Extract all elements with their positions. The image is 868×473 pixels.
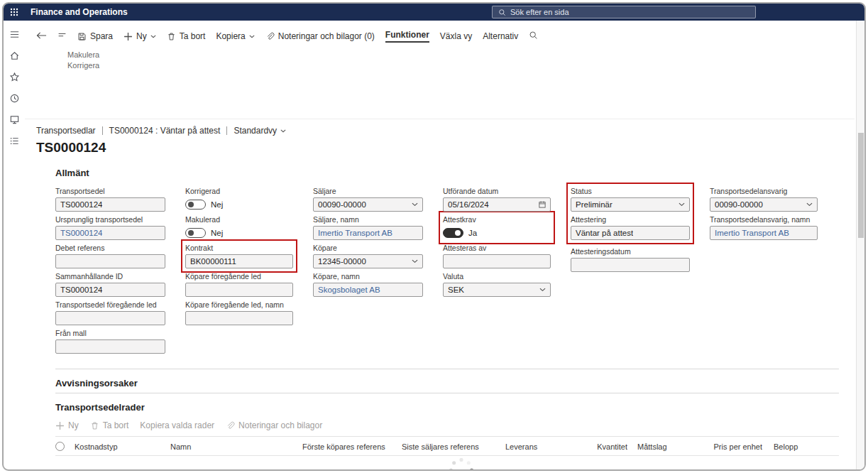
tab-alternativ[interactable]: Alternativ	[483, 31, 518, 41]
chevron-down-icon	[280, 129, 286, 133]
section-transportsedelrader-header[interactable]: Transportsedelrader	[55, 402, 145, 413]
section-divider	[55, 369, 839, 369]
chevron-down-icon	[249, 35, 255, 38]
sidebar-item-modules[interactable]	[8, 134, 21, 148]
column-header-leverans[interactable]: Leverans	[505, 442, 585, 451]
action-pane: Spara Ny Ta bort Kopiera Notering	[36, 29, 856, 43]
search-placeholder: Sök efter en sida	[510, 8, 569, 16]
attestkrav-toggle[interactable]	[443, 228, 463, 238]
field-transportsedel: Transportsedel TS0000124	[55, 187, 165, 212]
makulerad-toggle[interactable]	[185, 228, 206, 238]
kopare-foregaende-led-input[interactable]	[185, 283, 293, 297]
column-header-siste-saljares-referens[interactable]: Siste säljares referens	[402, 442, 505, 451]
app-window: Finance and Operations Sök efter en sida	[2, 2, 866, 471]
column-header-forste-kopares-referens[interactable]: Förste köpares referens	[302, 442, 402, 451]
breadcrumb: Transportsedlar TS0000124 : Väntar på at…	[36, 126, 856, 136]
hamburger-menu-button[interactable]	[8, 28, 21, 41]
korrigerad-toggle[interactable]	[185, 200, 206, 210]
sidebar-item-favorites[interactable]	[8, 70, 21, 84]
utforande-datum-input[interactable]: 05/16/2024	[443, 197, 551, 212]
new-button[interactable]: Ny	[123, 31, 156, 41]
plus-icon	[55, 421, 65, 430]
column-header-kvantitet[interactable]: Kvantitet	[585, 442, 627, 451]
section-allmant: Allmänt Transportsedel TS0000124 Ursprun…	[55, 168, 856, 357]
collapse-action-pane-button[interactable]	[57, 31, 67, 42]
search-icon	[498, 9, 506, 16]
view-selector[interactable]: Standardvy	[234, 126, 286, 136]
status-select[interactable]: Preliminär	[571, 197, 690, 212]
section-avvisningsorsaker: Avvisningsorsaker	[55, 369, 856, 388]
chevron-down-icon	[412, 202, 418, 207]
kontrakt-input[interactable]: BK00000111	[185, 254, 293, 268]
general-column-1: Transportsedel TS0000124 Ursprunglig tra…	[55, 187, 165, 357]
navbar-search-input[interactable]: Sök efter en sida	[492, 6, 756, 18]
transportsedelansvarig-namn-input[interactable]: Imertio Transport AB	[710, 226, 818, 240]
field-makulerad: Makulerad Nej	[185, 215, 293, 240]
fran-mall-input[interactable]	[55, 339, 165, 354]
field-saljare: Säljare 00090-00000	[313, 187, 423, 212]
sammanhallande-id-input[interactable]: TS0000124	[55, 283, 165, 297]
lines-notes-attachments-button[interactable]: Noteringar och bilagor	[226, 420, 322, 430]
debet-referens-input[interactable]	[55, 254, 165, 268]
lines-new-button[interactable]: Ny	[55, 420, 79, 430]
general-column-3: Säljare 00090-00000 Säljare, namn Imerti…	[313, 187, 423, 300]
kopare-foregaende-led-namn-input[interactable]	[185, 311, 293, 325]
trash-icon	[90, 421, 99, 430]
app-launcher-button[interactable]	[10, 8, 18, 16]
section-avvisningsorsaker-header[interactable]: Avvisningsorsaker	[55, 378, 138, 388]
field-sammanhallande-id: Sammanhållande ID TS0000124	[55, 272, 165, 297]
attestering-input[interactable]: Väntar på attest	[571, 226, 690, 240]
save-button[interactable]: Spara	[77, 31, 113, 41]
kopare-select[interactable]: 12345-00000	[313, 254, 423, 268]
hamburger-icon	[9, 29, 20, 40]
sidebar-item-home[interactable]	[8, 49, 21, 62]
column-header-belopp[interactable]: Belopp	[774, 442, 835, 451]
breadcrumb-list-link[interactable]: Transportsedlar	[36, 126, 96, 136]
plus-icon	[123, 32, 133, 41]
column-header-mattslag[interactable]: Måttslag	[637, 442, 693, 451]
menu-item-makulera[interactable]: Makulera	[67, 50, 99, 59]
chevron-down-icon	[412, 259, 418, 263]
delete-button[interactable]: Ta bort	[167, 31, 206, 41]
kopare-namn-input[interactable]: Skogsbolaget AB	[313, 283, 423, 297]
field-korrigerad: Korrigerad Nej	[185, 187, 293, 212]
tab-funktioner[interactable]: Funktioner	[385, 30, 429, 43]
clock-icon	[9, 93, 20, 104]
menu-item-korrigera[interactable]: Korrigera	[67, 61, 99, 70]
general-column-2: Korrigerad Nej Makulerad Nej	[185, 187, 293, 329]
valuta-select[interactable]: SEK	[443, 283, 551, 297]
attesteras-av-input[interactable]	[443, 254, 551, 268]
scrollbar-thumb[interactable]	[858, 133, 864, 238]
transportsedel-foregaende-led-input[interactable]	[55, 311, 165, 325]
find-record-button[interactable]	[529, 31, 538, 42]
field-ursprunglig-transportsedel: Ursprunglig transportsedel TS0000124	[55, 215, 165, 240]
field-kontrakt: Kontrakt BK00000111	[185, 244, 293, 268]
tab-vaxla-vy[interactable]: Växla vy	[440, 31, 472, 41]
saljare-select[interactable]: 00090-00000	[313, 197, 423, 212]
back-button[interactable]	[36, 31, 47, 42]
transportsedel-input[interactable]: TS0000124	[55, 197, 165, 212]
waffle-icon	[10, 8, 18, 16]
column-header-pris-per-enhet[interactable]: Pris per enhet	[693, 442, 762, 451]
chevron-down-icon	[150, 35, 156, 38]
lines-delete-button[interactable]: Ta bort	[90, 420, 129, 430]
sidebar-item-workspaces[interactable]	[8, 113, 21, 126]
column-header-kostnadstyp[interactable]: Kostnadstyp	[75, 442, 170, 451]
field-debet-referens: Debet referens	[55, 244, 165, 268]
attesteringsdatum-input[interactable]	[571, 258, 690, 272]
ursprunglig-transportsedel-input[interactable]: TS0000124	[55, 226, 165, 240]
field-attesteras-av: Attesteras av	[443, 244, 551, 268]
select-all-radio[interactable]	[55, 442, 65, 451]
saljare-namn-input[interactable]: Imertio Transport AB	[313, 226, 423, 240]
general-column-5: Status Preliminär Attestering Väntar på …	[571, 187, 690, 276]
sidebar-item-recent[interactable]	[8, 92, 21, 105]
lines-copy-rows-button[interactable]: Kopiera valda rader	[140, 420, 214, 430]
vertical-scrollbar[interactable]	[856, 21, 864, 469]
search-icon	[529, 31, 538, 40]
notes-attachments-button[interactable]: Noteringar och bilagor (0)	[265, 31, 375, 41]
column-header-namn[interactable]: Namn	[170, 442, 302, 451]
copy-button[interactable]: Kopiera	[216, 31, 254, 41]
workspaces-icon	[9, 114, 20, 125]
field-saljare-namn: Säljare, namn Imertio Transport AB	[313, 215, 423, 240]
transportsedelansvarig-select[interactable]: 00090-00000	[710, 197, 818, 212]
